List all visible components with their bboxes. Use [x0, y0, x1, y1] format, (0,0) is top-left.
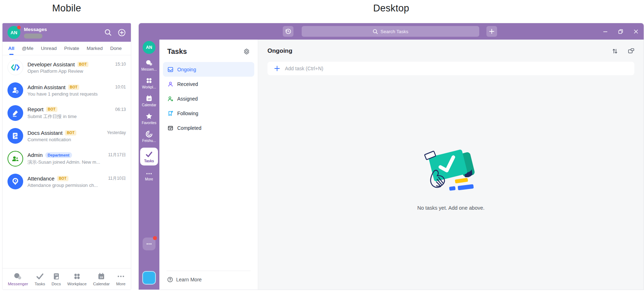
chat-row-admin[interactable]: Admin Department 11月17日 演示-Susan joined … — [2, 147, 131, 170]
tasks-sidebar: Tasks Ongoing Received Assigned — [159, 40, 258, 290]
tab-marked[interactable]: Marked — [87, 42, 103, 55]
chat-bubbles-icon — [14, 272, 22, 280]
gear-icon[interactable] — [243, 48, 250, 55]
open-in-window-icon[interactable] — [628, 48, 634, 54]
new-task-button[interactable] — [486, 26, 497, 37]
view-title: Ongoing — [267, 47, 292, 55]
chat-row-docs-assistant[interactable]: Docs Assistant BOT Yesterday Comment not… — [2, 124, 131, 147]
nav-item-more[interactable]: More — [116, 272, 126, 286]
add-plus-icon[interactable] — [118, 29, 126, 37]
bot-badge: BOT — [77, 62, 89, 67]
rail-label: Feishu... — [142, 139, 156, 143]
rail-item-favorites[interactable]: Favorites — [140, 113, 158, 125]
sidebar-item-label: Completed — [177, 125, 201, 131]
nav-label: Tasks — [35, 282, 45, 286]
mobile-section-title: Mobile — [2, 3, 131, 14]
sidebar-item-assigned[interactable]: Assigned — [163, 91, 254, 106]
sidebar-item-ongoing[interactable]: Ongoing — [163, 62, 254, 77]
person-gear-icon — [7, 82, 23, 98]
ellipsis-icon — [145, 171, 153, 176]
chat-row-developer-assistant[interactable]: Developer Assistant BOT 15:10 Open Platf… — [2, 56, 131, 79]
add-task-input[interactable]: Add task (Ctrl+N) — [267, 62, 634, 75]
rail-item-messenger[interactable]: Messen... — [140, 60, 158, 71]
tenant-name-placeholder — [24, 34, 42, 39]
mobile-app-panel: AN Messages All @Me Unread Private Marke — [2, 23, 131, 290]
rail-label: Tasks — [144, 159, 154, 163]
history-button[interactable] — [283, 26, 293, 37]
chat-preview: Submit 工作日报 in time — [27, 113, 126, 120]
chat-time: 11月10日 — [105, 175, 126, 182]
rail-item-tasks[interactable]: Tasks — [140, 148, 158, 165]
nav-item-messenger[interactable]: Messenger — [8, 272, 28, 286]
code-brackets-icon — [7, 60, 23, 75]
nav-item-calendar[interactable]: 19 Calendar — [93, 272, 110, 286]
search-icon — [373, 29, 378, 34]
close-button[interactable] — [633, 29, 639, 34]
sidebar-item-label: Ongoing — [177, 67, 196, 72]
svg-text:19: 19 — [100, 275, 103, 279]
sidebar-item-following[interactable]: Following — [163, 106, 254, 121]
restore-button[interactable] — [618, 29, 623, 34]
sort-icon[interactable] — [612, 48, 618, 54]
rail-item-calendar[interactable]: 19 Calendar — [140, 95, 158, 107]
svg-text:19: 19 — [148, 97, 150, 101]
nav-label: Workplace — [67, 282, 87, 286]
chat-preview: You have 1 pending trust requests — [27, 91, 126, 97]
minimize-button[interactable] — [603, 29, 608, 34]
sidebar-item-label: Received — [177, 81, 198, 87]
rail-item-workplace[interactable]: Workpl... — [140, 77, 158, 89]
chat-preview: 演示-Susan joined Admin. New m... — [27, 159, 126, 165]
tab-unread[interactable]: Unread — [41, 42, 57, 55]
rail-item-feishu[interactable]: Feishu... — [140, 131, 158, 143]
nav-label: Docs — [51, 282, 61, 286]
nav-item-docs[interactable]: Docs — [51, 272, 61, 286]
screenshot-canvas: Mobile Desktop AN Messages All — [0, 0, 644, 291]
nav-label: Messenger — [8, 282, 28, 286]
tab-private[interactable]: Private — [64, 42, 79, 55]
docs-icon — [52, 272, 60, 280]
chat-row-report[interactable]: Report BOT 06:13 Submit 工作日报 in time — [2, 102, 131, 124]
chat-list: Developer Assistant BOT 15:10 Open Platf… — [2, 55, 131, 193]
tab-at-me[interactable]: @Me — [22, 42, 33, 55]
swirl-icon — [145, 131, 153, 138]
sidebar-item-completed[interactable]: Completed — [163, 121, 254, 135]
chat-name: Attendance — [27, 175, 55, 182]
nav-label: More — [116, 282, 126, 286]
bot-badge: BOT — [57, 176, 68, 181]
window-titlebar: Search Tasks — [139, 23, 644, 40]
ellipsis-icon — [146, 242, 152, 246]
tab-done[interactable]: Done — [110, 42, 122, 55]
nav-item-workplace[interactable]: Workplace — [67, 272, 87, 286]
sidebar-item-received[interactable]: Received — [163, 77, 254, 91]
chat-bubbles-icon — [145, 60, 153, 66]
checkmark-icon — [36, 272, 44, 280]
rail-label: More — [145, 177, 153, 181]
rail-item-more[interactable]: More — [140, 171, 158, 181]
chat-row-attendance[interactable]: Attendance BOT 11月10日 Attendance group p… — [2, 170, 131, 193]
divider — [167, 271, 251, 271]
sidebar-title: Tasks — [167, 47, 187, 56]
avatar-initials: AN — [146, 45, 152, 50]
sidebar-item-label: Assigned — [177, 96, 198, 102]
rail-label: Calendar — [142, 103, 157, 107]
question-circle-icon — [167, 277, 173, 282]
chat-name: Admin — [27, 152, 43, 158]
plus-icon — [274, 66, 280, 71]
avatar[interactable]: AN — [143, 41, 155, 54]
inbox-icon — [168, 67, 173, 72]
avatar[interactable]: AN — [7, 26, 20, 39]
sidebar-item-label: Following — [177, 111, 198, 116]
chat-row-admin-assistant[interactable]: Admin Assistant BOT 10:01 You have 1 pen… — [2, 79, 131, 102]
person-icon — [168, 81, 173, 87]
avatar-initials: AN — [11, 30, 17, 35]
chat-preview: Attendance group permission ch... — [27, 183, 126, 188]
learn-more-link[interactable]: Learn More — [164, 277, 253, 282]
empty-message: No tasks yet. Add one above. — [258, 205, 644, 211]
workspace-app-icon[interactable] — [142, 271, 156, 285]
nav-item-tasks[interactable]: Tasks — [35, 272, 45, 286]
search-tasks-input[interactable]: Search Tasks — [302, 26, 479, 37]
more-apps-button[interactable] — [143, 238, 155, 250]
tab-all[interactable]: All — [8, 42, 14, 55]
department-badge: Department — [45, 152, 72, 158]
search-icon[interactable] — [104, 29, 112, 36]
